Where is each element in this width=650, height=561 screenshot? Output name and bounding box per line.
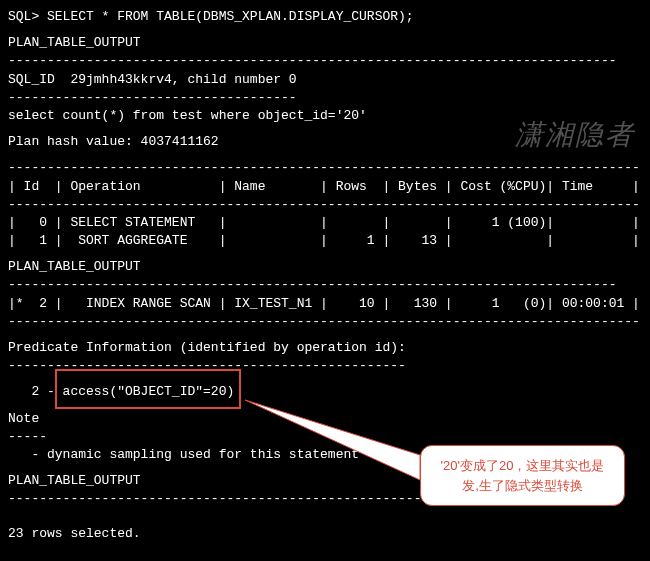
predicate-separator: ----------------------------------------… [8,357,642,375]
table-header-row: | Id | Operation | Name | Rows | Bytes |… [8,178,642,196]
sql-id-separator: ------------------------------------- [8,89,642,107]
table-row: | 1 | SORT AGGREGATE | | 1 | 13 | | | [8,232,642,250]
rows-selected: 23 rows selected. [8,525,642,543]
table-border: ----------------------------------------… [8,313,642,331]
table-row: |* 2 | INDEX RANGE SCAN | IX_TEST_N1 | 1… [8,295,642,313]
sql-prompt-line: SQL> SELECT * FROM TABLE(DBMS_XPLAN.DISP… [8,8,642,26]
watermark-text: 潇湘隐者 [515,115,635,154]
note-separator: ----- [8,428,642,446]
plan-table-output-header: PLAN_TABLE_OUTPUT [8,258,642,276]
table-row: | 0 | SELECT STATEMENT | | | | 1 (100)| … [8,214,642,232]
annotation-callout: '20'变成了20，这里其实也是发,生了隐式类型转换 [420,445,625,506]
sql-id-line: SQL_ID 29jmhh43kkrv4, child number 0 [8,71,642,89]
predicate-line: 2 - access("OBJECT_ID"=20) [8,383,642,401]
separator: ----------------------------------------… [8,276,642,294]
table-border: ----------------------------------------… [8,159,642,177]
table-border: ----------------------------------------… [8,196,642,214]
predicate-info-header: Predicate Information (identified by ope… [8,339,642,357]
plan-table-output-header: PLAN_TABLE_OUTPUT [8,34,642,52]
note-header: Note [8,410,642,428]
separator: ----------------------------------------… [8,52,642,70]
